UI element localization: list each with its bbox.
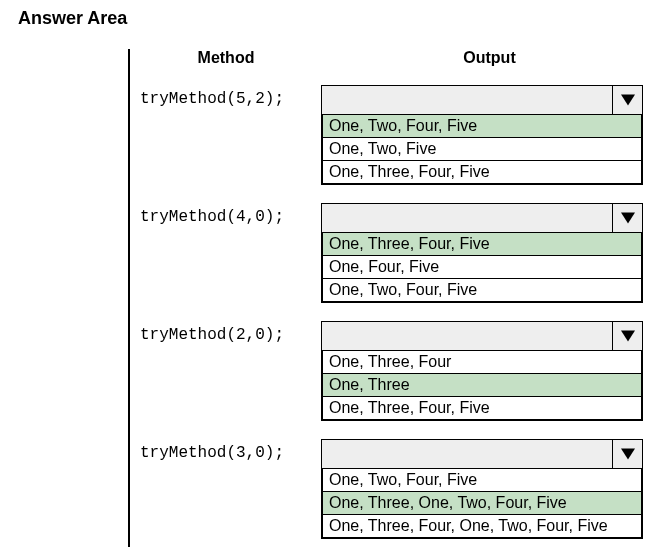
page-title: Answer Area: [18, 8, 663, 29]
chevron-down-icon[interactable]: [612, 322, 642, 350]
dropdown-option[interactable]: One, Three: [323, 373, 641, 396]
chevron-down-icon[interactable]: [612, 86, 642, 114]
dropdown-option[interactable]: One, Three, Four, One, Two, Four, Five: [323, 514, 641, 537]
table-row: tryMethod(5,2);One, Two, Four, FiveOne, …: [136, 85, 663, 185]
output-cell: One, Three, FourOne, ThreeOne, Three, Fo…: [321, 321, 643, 421]
svg-marker-1: [621, 212, 635, 223]
vertical-divider: [128, 49, 130, 547]
output-cell: One, Two, Four, FiveOne, Two, FiveOne, T…: [321, 85, 643, 185]
table-row: tryMethod(4,0);One, Three, Four, FiveOne…: [136, 203, 663, 303]
dropdown-option[interactable]: One, Four, Five: [323, 255, 641, 278]
dropdown-selected-value: [322, 86, 612, 114]
output-dropdown[interactable]: [321, 439, 643, 469]
output-cell: One, Three, Four, FiveOne, Four, FiveOne…: [321, 203, 643, 303]
output-dropdown[interactable]: [321, 321, 643, 351]
dropdown-option[interactable]: One, Two, Five: [323, 137, 641, 160]
dropdown-option[interactable]: One, Three, Four, Five: [323, 233, 641, 255]
output-cell: One, Two, Four, FiveOne, Three, One, Two…: [321, 439, 643, 539]
dropdown-option[interactable]: One, Three, Four, Five: [323, 160, 641, 183]
dropdown-option[interactable]: One, Two, Four, Five: [323, 115, 641, 137]
output-dropdown[interactable]: [321, 203, 643, 233]
method-cell: tryMethod(3,0);: [136, 439, 321, 462]
dropdown-options: One, Three, Four, FiveOne, Four, FiveOne…: [321, 233, 643, 303]
dropdown-selected-value: [322, 322, 612, 350]
dropdown-options: One, Two, Four, FiveOne, Three, One, Two…: [321, 469, 643, 539]
dropdown-selected-value: [322, 440, 612, 468]
method-cell: tryMethod(4,0);: [136, 203, 321, 226]
dropdown-option[interactable]: One, Three, One, Two, Four, Five: [323, 491, 641, 514]
chevron-down-icon[interactable]: [612, 204, 642, 232]
method-cell: tryMethod(5,2);: [136, 85, 321, 108]
dropdown-option[interactable]: One, Two, Four, Five: [323, 278, 641, 301]
method-cell: tryMethod(2,0);: [136, 321, 321, 344]
dropdown-options: One, Two, Four, FiveOne, Two, FiveOne, T…: [321, 115, 643, 185]
output-dropdown[interactable]: [321, 85, 643, 115]
svg-marker-3: [621, 448, 635, 459]
svg-marker-2: [621, 330, 635, 341]
column-header-method: Method: [136, 49, 316, 67]
dropdown-option[interactable]: One, Three, Four, Five: [323, 396, 641, 419]
dropdown-option[interactable]: One, Three, Four: [323, 351, 641, 373]
chevron-down-icon[interactable]: [612, 440, 642, 468]
table-row: tryMethod(3,0);One, Two, Four, FiveOne, …: [136, 439, 663, 539]
table-row: tryMethod(2,0);One, Three, FourOne, Thre…: [136, 321, 663, 421]
dropdown-option[interactable]: One, Two, Four, Five: [323, 469, 641, 491]
dropdown-options: One, Three, FourOne, ThreeOne, Three, Fo…: [321, 351, 643, 421]
column-header-output: Output: [316, 49, 663, 67]
dropdown-selected-value: [322, 204, 612, 232]
svg-marker-0: [621, 94, 635, 105]
